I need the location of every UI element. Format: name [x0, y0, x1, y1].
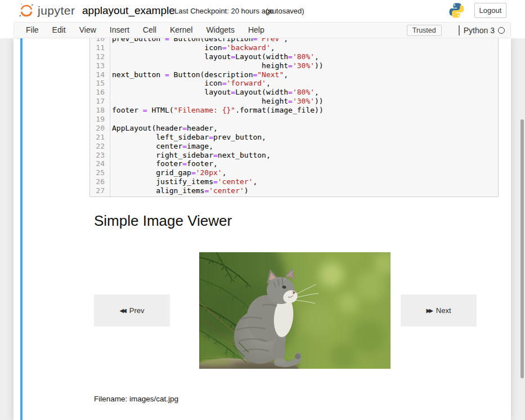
code-line: 25 grid_gap='20px', — [90, 168, 498, 177]
gutter-separator — [110, 38, 110, 196]
line-number: 18 — [90, 106, 110, 115]
output-heading: Simple Image Viewer — [94, 212, 232, 229]
line-number: 11 — [90, 43, 110, 52]
code-text: icon='forward', — [110, 79, 271, 88]
code-line: 10prev_button = Button(description="Prev… — [90, 38, 498, 43]
autosave-status: (autosaved) — [266, 7, 304, 15]
jupyter-notebook-app: jupyter applayout_example Last Checkpoin… — [0, 0, 525, 420]
python-logo-icon — [448, 2, 465, 19]
menu-item-file[interactable]: File — [19, 23, 46, 38]
line-number: 13 — [90, 61, 110, 70]
code-editor[interactable]: 10prev_button = Button(description="Prev… — [89, 38, 499, 197]
notebook-header: jupyter applayout_example Last Checkpoin… — [0, 0, 525, 22]
code-text: next_button = Button(description="Next", — [110, 70, 288, 79]
trusted-badge[interactable]: Trusted — [407, 25, 442, 36]
code-line: 19 — [90, 115, 498, 124]
line-number: 24 — [90, 159, 110, 168]
code-line: 11 icon='backward', — [90, 43, 498, 52]
jupyter-logo-icon — [18, 2, 35, 19]
notebook-title[interactable]: applayout_example — [82, 5, 175, 17]
image-output — [199, 252, 391, 369]
jupyter-logo[interactable]: jupyter — [18, 2, 75, 19]
line-number: 17 — [90, 97, 110, 106]
code-text: prev_button = Button(description="Prev", — [110, 38, 288, 43]
code-line: 21 left_sidebar=prev_button, — [90, 133, 498, 142]
kernel-idle-icon — [498, 27, 505, 34]
logout-button[interactable]: Logout — [474, 3, 506, 18]
code-text: grid_gap='20px', — [110, 168, 227, 177]
code-line: 24 footer=footer, — [90, 159, 498, 168]
code-line: 12 layout=Layout(width='80%', — [90, 52, 498, 61]
code-line: 22 center=image, — [90, 142, 498, 151]
line-number: 15 — [90, 79, 110, 88]
line-number: 21 — [90, 133, 110, 142]
next-button-label: Next — [436, 306, 451, 315]
code-text: left_sidebar=prev_button, — [110, 133, 266, 142]
code-line: 15 icon='forward', — [90, 79, 498, 88]
code-line: 17 height='30%')) — [90, 97, 498, 106]
code-line: 18footer = HTML("Filename: {}".format(im… — [90, 106, 498, 115]
line-number: 26 — [90, 177, 110, 186]
menu-item-widgets[interactable]: Widgets — [199, 23, 241, 38]
code-text: footer=footer, — [110, 159, 218, 168]
line-number: 23 — [90, 151, 110, 160]
prev-button-label: Prev — [129, 306, 145, 315]
code-text: layout=Layout(width='80%', — [110, 88, 319, 97]
code-line: 14next_button = Button(description="Next… — [90, 70, 498, 79]
kernel-divider — [459, 25, 460, 35]
notebook-scroll-area: 10prev_button = Button(description="Prev… — [0, 38, 525, 420]
forward-icon: ▶▶ — [426, 307, 431, 314]
code-line: 20AppLayout(header=header, — [90, 124, 498, 133]
scrollbar-thumb[interactable] — [520, 119, 524, 378]
selected-cell-bar — [20, 38, 23, 420]
code-text: right_sidebar=next_button, — [110, 151, 271, 160]
next-button[interactable]: ▶▶ Next — [401, 294, 477, 327]
code-lines: 10prev_button = Button(description="Prev… — [90, 38, 498, 195]
code-text: justify_items='center', — [110, 177, 257, 186]
code-line: 23 right_sidebar=next_button, — [90, 151, 498, 160]
line-number: 25 — [90, 168, 110, 177]
line-number: 20 — [90, 124, 110, 133]
menubar: File Edit View Insert Cell Kernel Widget… — [14, 22, 511, 38]
code-line: 16 layout=Layout(width='80%', — [90, 88, 498, 97]
prev-button[interactable]: ◀◀ Prev — [94, 294, 170, 327]
line-number: 27 — [90, 186, 110, 195]
kernel-name: Python 3 — [464, 26, 495, 35]
line-number: 12 — [90, 52, 110, 61]
code-text: icon='backward', — [110, 43, 275, 52]
code-line: 27 align_items='center') — [90, 186, 498, 195]
menu-item-view[interactable]: View — [73, 23, 103, 38]
menu-item-edit[interactable]: Edit — [46, 23, 73, 38]
filename-caption: Filename: images/cat.jpg — [94, 395, 178, 403]
line-number: 10 — [90, 38, 110, 43]
cat-photo — [199, 252, 391, 369]
code-text: footer = HTML("Filename: {}".format(imag… — [110, 106, 324, 115]
code-text: height='30%')) — [110, 97, 324, 106]
code-text: AppLayout(header=header, — [110, 124, 218, 133]
line-number: 16 — [90, 88, 110, 97]
menu-item-insert[interactable]: Insert — [103, 23, 136, 38]
code-text: align_items='center') — [110, 186, 249, 195]
code-text: center=image, — [110, 142, 213, 151]
checkpoint-text: Last Checkpoint: 20 hours ago — [174, 7, 273, 15]
code-text: height='30%')) — [110, 61, 324, 70]
line-number: 22 — [90, 142, 110, 151]
jupyter-logo-text: jupyter — [38, 4, 75, 17]
backward-icon: ◀◀ — [119, 307, 124, 314]
menu-item-help[interactable]: Help — [241, 23, 271, 38]
menu-item-cell[interactable]: Cell — [136, 23, 163, 38]
line-number: 19 — [90, 115, 110, 124]
code-line: 26 justify_items='center', — [90, 177, 498, 186]
line-number: 14 — [90, 70, 110, 79]
menu-item-kernel[interactable]: Kernel — [163, 23, 199, 38]
code-text: layout=Layout(width='80%', — [110, 52, 319, 61]
code-line: 13 height='30%')) — [90, 61, 498, 70]
